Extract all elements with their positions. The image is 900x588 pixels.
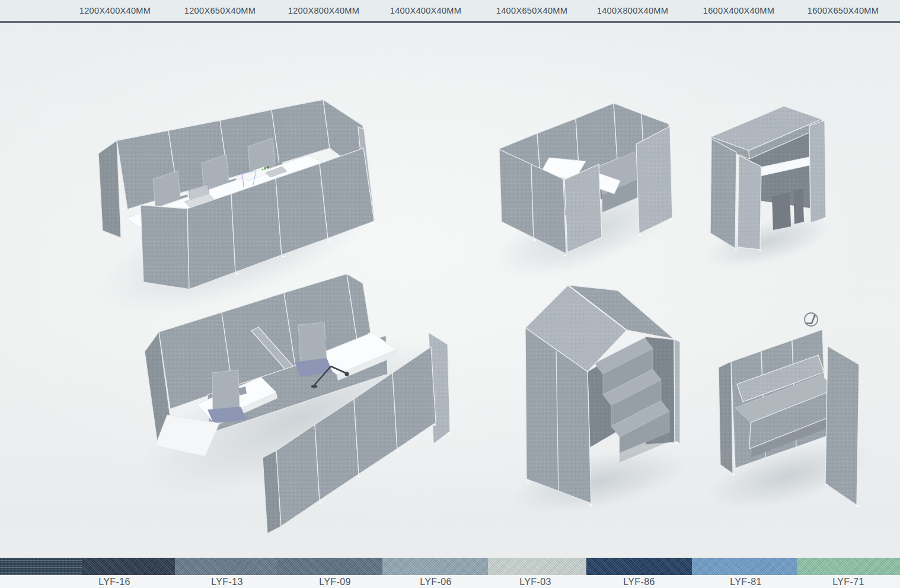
fabric-swatch xyxy=(488,558,586,575)
fabric-panel xyxy=(738,155,761,250)
fabric-code-label: LYF-16 xyxy=(98,576,130,588)
dimension-label: 1400X650X40MM xyxy=(496,5,567,16)
fabric-swatch xyxy=(0,558,82,575)
product-renders xyxy=(0,23,900,558)
fabric-panel xyxy=(564,164,602,253)
fabric-panel xyxy=(276,164,328,255)
dimension-label: 1200X400X40MM xyxy=(79,5,151,16)
render-area xyxy=(0,23,900,558)
fabric-swatch xyxy=(797,558,900,575)
product-workstation-cluster xyxy=(122,274,478,533)
fabric-panel xyxy=(674,339,680,443)
dimension-label: 1600X650X40MM xyxy=(808,5,879,16)
fabric-swatch xyxy=(382,558,488,575)
fabric-swatch xyxy=(586,558,692,575)
fabric-panel xyxy=(809,120,826,223)
dimension-label: 1600X400X40MM xyxy=(703,5,774,16)
dimension-label: 1400X400X40MM xyxy=(390,5,461,16)
fabric-panel xyxy=(719,362,733,474)
shelf-support xyxy=(772,192,791,230)
catalog-page: 1200X400X40MM 1200X650X40MM 1200X800X40M… xyxy=(0,0,900,588)
fabric-panel xyxy=(231,178,282,272)
product-sofa-booth xyxy=(700,313,877,523)
fabric-panel xyxy=(98,140,121,238)
fabric-code-label: LYF-81 xyxy=(730,576,761,588)
fabric-panel xyxy=(187,194,235,289)
dimension-label: 1200X800X40MM xyxy=(288,5,359,16)
product-standing-pod xyxy=(698,106,837,280)
fabric-code-label: LYF-09 xyxy=(319,576,350,588)
dimension-label: 1400X800X40MM xyxy=(597,5,668,16)
fabric-code-label: LYF-06 xyxy=(420,576,451,588)
fabric-swatch xyxy=(175,558,277,575)
product-hut-pod xyxy=(505,285,692,527)
fabric-swatch-strip xyxy=(0,558,900,575)
fabric-code-label: LYF-13 xyxy=(211,576,242,588)
fabric-panel xyxy=(141,205,189,289)
fabric-swatch xyxy=(82,558,175,575)
fabric-swatch xyxy=(277,558,382,575)
fabric-swatch xyxy=(692,558,797,575)
product-meeting-pod xyxy=(482,103,690,298)
fabric-code-label: LYF-86 xyxy=(623,576,655,588)
shelf-support xyxy=(793,188,804,224)
fabric-panel xyxy=(825,346,859,505)
fabric-code-label: LYF-03 xyxy=(519,576,551,588)
dimension-label: 1200X650X40MM xyxy=(184,5,256,16)
fabric-panel xyxy=(710,139,736,248)
fabric-panel xyxy=(272,100,330,164)
fabric-code-label: LYF-71 xyxy=(832,576,864,588)
armchair-outline-icon xyxy=(805,313,818,326)
fabric-panel xyxy=(636,126,672,234)
